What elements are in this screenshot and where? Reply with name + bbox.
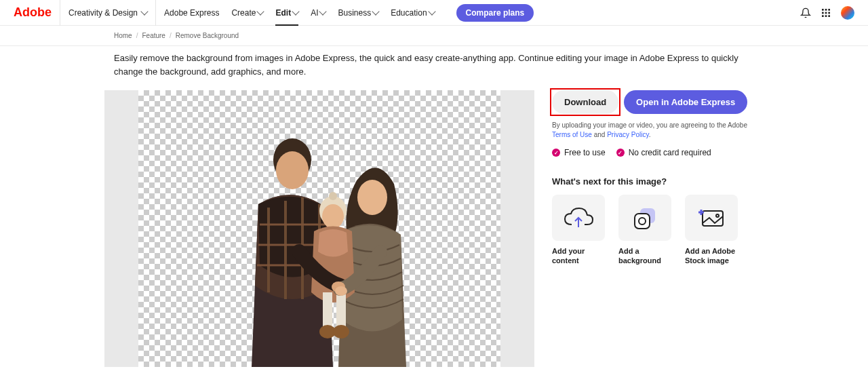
top-right [800, 6, 854, 20]
perk-label: Free to use [564, 148, 606, 157]
nav-label: Create [231, 8, 256, 18]
notifications-icon[interactable] [800, 7, 811, 18]
compare-plans-button[interactable]: Compare plans [456, 4, 534, 22]
crumb-home[interactable]: Home [114, 32, 132, 39]
transparent-background [138, 90, 500, 367]
svg-point-20 [322, 204, 344, 229]
nav-label: Adobe Express [164, 8, 219, 18]
legal-prefix: By uploading your image or video, you ar… [552, 121, 747, 129]
chevron-down-icon [428, 7, 435, 15]
svg-point-32 [716, 214, 719, 217]
svg-point-25 [333, 325, 349, 338]
nav-edit[interactable]: Edit [275, 0, 298, 26]
perk-free: ✓ Free to use [552, 148, 606, 157]
crumb-separator: / [170, 32, 172, 39]
intro-text: Easily remove the background from images… [0, 46, 868, 78]
whats-next-heading: What's next for this image? [552, 176, 764, 187]
download-button[interactable]: Download [552, 90, 618, 114]
legal-and: and [592, 131, 607, 138]
perks-row: ✓ Free to use ✓ No credit card required [552, 148, 764, 157]
perk-label: No credit card required [629, 148, 711, 157]
main-nav: Adobe Express Create Edit AI Business Ed… [164, 0, 534, 26]
canvas-padding [500, 90, 534, 367]
open-in-express-button[interactable]: Open in Adobe Express [624, 90, 747, 114]
svg-rect-6 [822, 15, 824, 17]
image-plus-icon [685, 195, 738, 241]
legal-text: By uploading your image or video, you ar… [552, 121, 764, 140]
card-label: Add an Adobe Stock image [685, 246, 738, 266]
terms-link[interactable]: Terms of Use [552, 131, 592, 138]
card-label: Add your content [552, 246, 605, 266]
svg-rect-4 [825, 12, 827, 14]
svg-rect-23 [336, 292, 346, 326]
adobe-logo[interactable]: Adobe [14, 5, 52, 20]
card-add-stock[interactable]: Add an Adobe Stock image [685, 195, 738, 266]
app-grid-icon[interactable] [821, 7, 831, 18]
card-add-background[interactable]: Add a background [618, 195, 671, 266]
subject-image [218, 116, 421, 367]
top-bar: Adobe Creativity & Design Adobe Express … [0, 0, 868, 26]
privacy-link[interactable]: Privacy Policy [607, 131, 649, 138]
chevron-down-icon [257, 7, 264, 15]
chevron-down-icon [372, 7, 380, 15]
svg-point-10 [276, 151, 309, 189]
nav-education[interactable]: Education [391, 0, 434, 26]
perk-nocard: ✓ No credit card required [616, 148, 711, 157]
svg-rect-22 [323, 292, 332, 326]
crumb-separator: / [136, 32, 138, 39]
canvas-padding [104, 90, 138, 367]
svg-rect-7 [825, 15, 827, 17]
svg-rect-1 [825, 9, 827, 11]
crumb-feature[interactable]: Feature [142, 32, 165, 39]
nav-label: Education [391, 8, 427, 18]
nav-label: Business [338, 8, 371, 18]
nav-adobe-express[interactable]: Adobe Express [164, 0, 219, 26]
chevron-down-icon [319, 7, 327, 15]
avatar[interactable] [841, 6, 854, 20]
nav-label: Edit [275, 8, 291, 18]
creativity-design-menu[interactable]: Creativity & Design [60, 0, 156, 26]
content-area: Download Open in Adobe Express By upload… [0, 78, 868, 367]
check-icon: ✓ [616, 149, 625, 157]
svg-rect-0 [822, 9, 824, 11]
svg-point-27 [335, 286, 347, 296]
svg-rect-5 [828, 12, 830, 14]
check-icon: ✓ [552, 149, 560, 157]
nav-label: Creativity & Design [68, 8, 138, 18]
background-icon [618, 195, 671, 241]
legal-suffix: . [649, 131, 651, 138]
svg-rect-2 [828, 9, 830, 11]
next-cards: Add your content Add a background [552, 195, 764, 266]
action-buttons: Download Open in Adobe Express [552, 90, 764, 114]
nav-label: AI [311, 8, 318, 18]
svg-point-18 [357, 180, 387, 215]
svg-rect-3 [822, 12, 824, 14]
svg-point-21 [329, 192, 337, 200]
nav-ai[interactable]: AI [311, 0, 326, 26]
nav-business[interactable]: Business [338, 0, 378, 26]
breadcrumb: Home / Feature / Remove Background [0, 26, 868, 46]
svg-rect-29 [635, 214, 650, 229]
download-highlight-wrap: Download [552, 90, 618, 114]
side-panel: Download Open in Adobe Express By upload… [552, 90, 764, 367]
image-canvas [104, 90, 534, 367]
cloud-upload-icon [552, 195, 605, 241]
nav-create[interactable]: Create [231, 0, 263, 26]
crumb-current: Remove Background [176, 32, 239, 39]
card-add-content[interactable]: Add your content [552, 195, 605, 266]
card-label: Add a background [618, 246, 671, 266]
chevron-down-icon [292, 7, 299, 15]
chevron-down-icon [140, 7, 148, 15]
svg-rect-8 [828, 15, 830, 17]
